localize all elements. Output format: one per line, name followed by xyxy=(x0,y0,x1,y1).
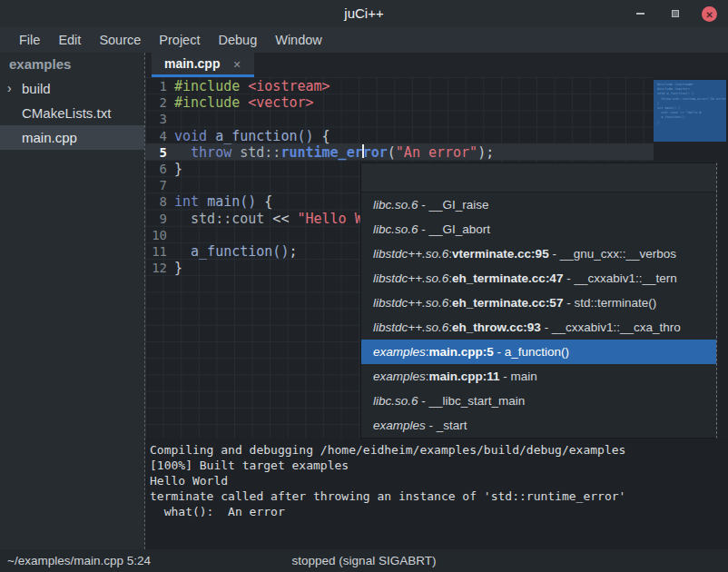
module-name: libc.so.6 xyxy=(373,394,418,408)
code-token xyxy=(174,211,191,227)
module-name: examples xyxy=(373,419,426,432)
code-token: throw xyxy=(191,144,231,161)
code-token: std::cout xyxy=(191,211,264,227)
symbol-name: - __GI_raise xyxy=(418,198,489,212)
backtrace-item[interactable]: libstdc++.so.6:vterminate.cc:95 - __gnu_… xyxy=(361,242,716,266)
backtrace-item[interactable]: libstdc++.so.6:eh_throw.cc:93 - __cxxabi… xyxy=(361,315,716,340)
symbol-name: - __cxxabiv1::__tern xyxy=(563,271,676,285)
popup-search-entry[interactable] xyxy=(361,163,716,192)
overview-line: } xyxy=(657,121,726,125)
symbol-name: - std::terminate() xyxy=(563,296,656,310)
line-number: 5 xyxy=(145,144,167,161)
status-bar: stopped (signal SIGABRT) ~/examples/main… xyxy=(0,549,728,572)
code-token: void xyxy=(174,128,207,144)
code-line xyxy=(174,111,728,127)
code-token: <iostream> xyxy=(248,78,330,94)
line-number: 10 xyxy=(145,227,167,243)
symbol-name: - __cxxabiv1::__cxa_thro xyxy=(541,321,681,334)
line-number: 3 xyxy=(145,111,167,127)
restore-icon xyxy=(672,10,679,17)
backtrace-item[interactable]: libc.so.6 - __GI_raise xyxy=(361,192,716,217)
module-name: libc.so.6 xyxy=(373,222,418,236)
minimize-icon xyxy=(636,13,644,15)
backtrace-popup: libc.so.6 - __GI_raiselibc.so.6 - __GI_a… xyxy=(360,163,717,439)
menu-item-project[interactable]: Project xyxy=(150,27,209,53)
code-token: { xyxy=(256,193,272,210)
file-explorer-panel: examples ›buildCMakeLists.txtmain.cpp xyxy=(0,53,145,549)
code-token: <vector> xyxy=(248,94,313,111)
terminal-line: terminate called after throwing an insta… xyxy=(150,488,728,504)
code-token: #include xyxy=(174,78,240,94)
text-cursor xyxy=(362,144,364,158)
symbol-name: - _start xyxy=(426,419,467,432)
line-number: 8 xyxy=(145,193,167,210)
backtrace-item[interactable]: examples - _start xyxy=(361,413,716,438)
minimize-button[interactable] xyxy=(633,6,648,22)
code-token: int xyxy=(174,193,199,210)
code-editor[interactable]: 123456789101112 #include <iostream>#incl… xyxy=(145,77,728,439)
tab-close-icon[interactable] xyxy=(232,55,241,72)
restore-button[interactable] xyxy=(667,6,683,22)
terminal-line: what(): An error xyxy=(150,504,728,519)
code-token: a_function() xyxy=(191,243,289,260)
file-path-status: ~/examples/main.cpp 5:24 xyxy=(7,549,151,572)
module-name: libstdc++.so.6 xyxy=(373,296,448,310)
symbol-name: - __libc_start_main xyxy=(418,394,526,408)
terminal-output[interactable]: Compiling and debugging /home/eidheim/ex… xyxy=(145,439,728,549)
menu-bar: FileEditSourceProjectDebugWindow xyxy=(0,27,728,53)
code-token: ); xyxy=(477,144,494,161)
overview-line: throw std::runtime_error("An error"); xyxy=(657,97,726,102)
backtrace-item[interactable]: examples:main.cpp:5 - a_function() xyxy=(361,340,716,364)
code-token: << xyxy=(264,211,297,227)
title-bar[interactable]: juCi++ xyxy=(0,0,728,27)
backtrace-item[interactable]: libc.so.6 - __libc_start_main xyxy=(361,389,716,413)
close-icon xyxy=(705,5,713,22)
tab-main-cpp[interactable]: main.cpp xyxy=(152,53,254,77)
line-number: 2 xyxy=(145,94,167,111)
menu-item-window[interactable]: Window xyxy=(266,27,331,53)
tree-item-cmakelists-txt[interactable]: CMakeLists.txt xyxy=(0,101,144,125)
code-token: } xyxy=(174,161,182,177)
file-location: main.cpp:5 xyxy=(429,345,494,359)
code-line: throw std::runtime_error("An error"); xyxy=(174,144,728,161)
file-location: vterminate.cc:95 xyxy=(452,247,549,261)
line-number: 12 xyxy=(145,260,167,276)
backtrace-item[interactable]: libstdc++.so.6:eh_terminate.cc:47 - __cx… xyxy=(361,266,716,291)
code-overview-lines: #include <iostream>#include <vector>void… xyxy=(657,83,726,125)
menu-item-edit[interactable]: Edit xyxy=(49,27,90,53)
backtrace-item[interactable]: examples:main.cpp:11 - main xyxy=(361,364,716,389)
tree-item-label: main.cpp xyxy=(22,125,77,150)
module-name: libc.so.6 xyxy=(373,198,418,212)
file-location: eh_throw.cc:93 xyxy=(452,321,541,334)
code-token xyxy=(199,193,207,210)
menu-item-file[interactable]: File xyxy=(10,27,49,53)
backtrace-item[interactable]: libstdc++.so.6:eh_terminate.cc:57 - std:… xyxy=(361,291,716,315)
editor-gutter: 123456789101112 xyxy=(145,78,167,276)
tree-item-main-cpp[interactable]: main.cpp xyxy=(0,125,144,150)
juci-window: juCi++ FileEditSourceProjectDebugWindow … xyxy=(0,0,728,572)
code-overview: #include <iostream>#include <vector>void… xyxy=(654,80,726,142)
module-name: examples xyxy=(373,370,426,383)
tree-item-label: build xyxy=(22,76,51,101)
code-line: void a_function() { xyxy=(174,128,728,144)
menu-item-source[interactable]: Source xyxy=(90,27,150,53)
close-button[interactable] xyxy=(702,6,717,22)
code-token: runtime_error xyxy=(280,144,387,161)
code-token: { xyxy=(314,128,330,144)
chevron-right-icon: › xyxy=(7,76,12,101)
code-token: a_function() xyxy=(215,128,313,144)
terminal-line: [100%] Built target examples xyxy=(150,458,728,473)
tab-label: main.cpp xyxy=(164,56,220,71)
code-token xyxy=(174,144,191,161)
code-token: } xyxy=(174,260,182,276)
tab-bar: main.cpp xyxy=(145,53,728,77)
code-token xyxy=(231,144,240,161)
file-tree: ›buildCMakeLists.txtmain.cpp xyxy=(0,76,144,150)
line-number: 4 xyxy=(145,128,167,144)
tree-item-label: CMakeLists.txt xyxy=(22,101,111,125)
symbol-name: - a_function() xyxy=(494,345,569,359)
module-name: libstdc++.so.6 xyxy=(373,271,448,285)
backtrace-item[interactable]: libc.so.6 - __GI_abort xyxy=(361,217,716,242)
tree-item-build[interactable]: ›build xyxy=(0,76,144,101)
menu-item-debug[interactable]: Debug xyxy=(209,27,266,53)
